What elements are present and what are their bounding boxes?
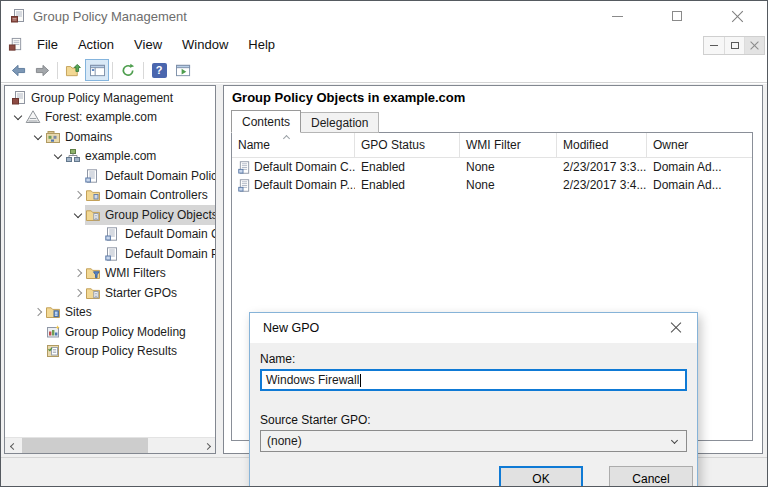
scroll-right-arrow-icon[interactable]: [199, 438, 215, 454]
tree-item-domain-controllers[interactable]: Domain Controllers: [5, 186, 215, 206]
tree-item-default-domain-policy[interactable]: Default Domain Policy: [5, 166, 215, 186]
tree-item-group-policy-results[interactable]: Group Policy Results: [5, 342, 215, 362]
tree-item-group-policy-modeling[interactable]: Group Policy Modeling: [5, 322, 215, 342]
gpo-wmi-filter: None: [460, 158, 557, 176]
gpo-status: Enabled: [355, 158, 460, 176]
console-icon: [8, 37, 23, 52]
column-header-wmi-filter[interactable]: WMI Filter: [460, 133, 557, 157]
tree-item-starter-gpos[interactable]: Starter GPOs: [5, 283, 215, 303]
tree-item-label: Forest: example.com: [45, 110, 157, 124]
scroll-left-arrow-icon[interactable]: [5, 438, 21, 454]
menu-action[interactable]: Action: [68, 33, 124, 56]
new-window-button[interactable]: [171, 59, 195, 81]
chevron-collapsed-icon[interactable]: [71, 264, 85, 284]
gpo-name: Default Domain C...: [254, 160, 355, 174]
tree-item-label: Domain Controllers: [105, 188, 208, 202]
console-tree-icon: [89, 63, 106, 78]
chevron-placeholder: [71, 166, 85, 186]
source-starter-gpo-value: (none): [267, 434, 302, 448]
tree-item-label: Group Policy Management: [31, 91, 173, 105]
gpo-wmi-filter: None: [460, 176, 557, 194]
menu-window[interactable]: Window: [172, 33, 238, 56]
minimize-icon: [612, 16, 623, 17]
gpo-scroll-icon: [105, 247, 119, 261]
tree-item-domain-example-com[interactable]: example.com: [5, 147, 215, 167]
tree-item-domains[interactable]: Domains: [5, 127, 215, 147]
child-restore-button[interactable]: [724, 37, 744, 54]
back-button[interactable]: [6, 59, 30, 81]
forest-icon: [25, 109, 41, 125]
main-area: Group Policy Management Forest: example.…: [1, 84, 767, 457]
tree-item-label: Domains: [65, 130, 112, 144]
cancel-button[interactable]: Cancel: [609, 466, 693, 487]
tree-item-label: Group Policy Objects: [105, 208, 215, 222]
tree-item-label: Group Policy Results: [65, 344, 177, 358]
tree-item-label: Default Domain Policy: [125, 247, 215, 261]
tree-item-label: Group Policy Modeling: [65, 325, 186, 339]
chevron-expanded-icon[interactable]: [11, 108, 25, 128]
chevron-collapsed-icon[interactable]: [71, 283, 85, 303]
tree-horizontal-scrollbar[interactable]: [5, 437, 215, 453]
column-header-modified[interactable]: Modified: [557, 133, 647, 157]
tree-item-group-policy-objects[interactable]: Group Policy Objects: [5, 205, 215, 225]
source-starter-gpo-select[interactable]: (none): [260, 430, 687, 452]
gpo-owner: Domain Ad...: [647, 158, 752, 176]
child-minimize-button[interactable]: [704, 37, 724, 54]
menu-file[interactable]: File: [27, 33, 68, 56]
tab-contents[interactable]: Contents: [231, 110, 301, 133]
gpo-modified: 2/23/2017 3:4...: [557, 176, 647, 194]
export-list-button[interactable]: [61, 59, 85, 81]
results-icon: [45, 343, 61, 359]
minimize-button[interactable]: [587, 1, 647, 31]
help-icon: ?: [152, 63, 167, 78]
table-row[interactable]: Default Domain C... Enabled None 2/23/20…: [232, 158, 752, 176]
dialog-body: Name: Windows Firewall Source Starter GP…: [250, 343, 697, 452]
chevron-collapsed-icon[interactable]: [71, 186, 85, 206]
refresh-button[interactable]: [116, 59, 140, 81]
close-button[interactable]: [707, 1, 767, 31]
tree-item-sites[interactable]: Sites: [5, 303, 215, 323]
column-header-name[interactable]: Name: [232, 133, 355, 157]
forward-arrow-icon: [34, 63, 51, 78]
tree-item-group-policy-management[interactable]: Group Policy Management: [5, 88, 215, 108]
help-button[interactable]: ?: [147, 59, 171, 81]
chevron-expanded-icon[interactable]: [71, 205, 85, 225]
toolbar-separator: [143, 62, 144, 79]
name-label: Name:: [260, 352, 687, 366]
tree-item-default-domain-policy-child[interactable]: Default Domain Policy: [5, 244, 215, 264]
chevron-collapsed-icon[interactable]: [31, 303, 45, 323]
new-gpo-dialog: New GPO Name: Windows Firewall Source St…: [249, 312, 698, 487]
show-console-tree-button[interactable]: [85, 59, 109, 81]
ok-button[interactable]: OK: [499, 466, 583, 487]
column-header-gpo-status[interactable]: GPO Status: [355, 133, 460, 157]
tree-item-default-domain-controllers-policy[interactable]: Default Domain Controllers Policy: [5, 225, 215, 245]
maximize-button[interactable]: [647, 1, 707, 31]
gpo-name: Default Domain P...: [254, 178, 355, 192]
tree: Group Policy Management Forest: example.…: [5, 86, 215, 361]
gpo-name-value: Windows Firewall: [266, 373, 359, 387]
tree-item-label: Default Domain Controllers Policy: [125, 227, 215, 241]
column-header-owner[interactable]: Owner: [647, 133, 752, 157]
gpo-name-input[interactable]: Windows Firewall: [260, 369, 687, 391]
table-row[interactable]: Default Domain P... Enabled None 2/23/20…: [232, 176, 752, 194]
dialog-title: New GPO: [263, 321, 319, 335]
gpmc-root-icon: [11, 90, 27, 106]
tab-strip: Contents Delegation: [231, 110, 379, 133]
menu-help[interactable]: Help: [238, 33, 285, 56]
forward-button[interactable]: [30, 59, 54, 81]
gpo-scroll-icon: [105, 227, 119, 241]
refresh-icon: [120, 63, 137, 78]
scrollbar-thumb[interactable]: [22, 438, 148, 454]
menu-view[interactable]: View: [124, 33, 172, 56]
chevron-expanded-icon[interactable]: [51, 147, 65, 167]
tree-item-wmi-filters[interactable]: WMI Filters: [5, 264, 215, 284]
dialog-close-button[interactable]: [655, 313, 697, 343]
chevron-expanded-icon[interactable]: [31, 127, 45, 147]
tree-item-forest[interactable]: Forest: example.com: [5, 108, 215, 128]
gpo-owner: Domain Ad...: [647, 176, 752, 194]
tab-delegation[interactable]: Delegation: [301, 112, 379, 133]
folder-up-icon: [65, 63, 82, 78]
child-close-button[interactable]: [744, 37, 764, 54]
window-title: Group Policy Management: [33, 9, 187, 24]
sites-folder-icon: [45, 304, 61, 320]
